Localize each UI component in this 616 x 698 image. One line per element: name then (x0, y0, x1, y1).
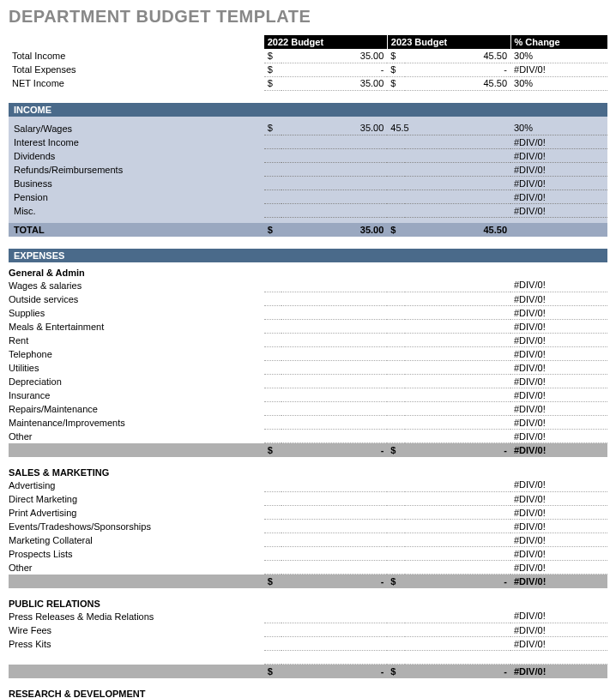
income-label: Dividends (9, 149, 264, 163)
summary-v1[interactable]: - (281, 63, 387, 76)
expense-v1[interactable] (281, 402, 387, 416)
expense-v2[interactable] (405, 279, 510, 292)
expense-v1[interactable] (281, 561, 387, 575)
expense-v2[interactable] (405, 492, 510, 506)
expense-v2[interactable] (405, 334, 510, 347)
expense-v2[interactable] (405, 561, 510, 575)
expense-row: Press Releases & Media Relations#DIV/0! (9, 610, 607, 623)
expense-v1-sym (264, 547, 282, 561)
income-change: #DIV/0! (510, 177, 607, 190)
expense-v2[interactable] (405, 520, 510, 533)
expense-change: #DIV/0! (510, 375, 607, 388)
expense-v1[interactable] (281, 388, 387, 402)
expense-row: Advertising#DIV/0! (9, 478, 607, 492)
income-row: Misc.#DIV/0! (9, 204, 607, 218)
currency-symbol: $ (264, 575, 282, 588)
summary-v2[interactable]: 45.50 (405, 76, 510, 90)
expense-v2[interactable] (405, 402, 510, 416)
expense-v2[interactable] (405, 320, 510, 334)
income-v2[interactable] (387, 177, 405, 190)
expense-v1[interactable] (281, 651, 387, 665)
income-v1[interactable] (281, 190, 387, 204)
income-v2[interactable]: 45.5 (387, 122, 405, 135)
expense-v1[interactable] (281, 375, 387, 388)
expense-v2-sym (387, 637, 405, 651)
expense-label: Marketing Collateral (9, 533, 264, 547)
income-v1[interactable] (281, 163, 387, 177)
expense-v2[interactable] (405, 306, 510, 320)
summary-v1[interactable]: 35.00 (281, 49, 387, 63)
expense-v1[interactable] (281, 430, 387, 443)
expense-v2[interactable] (405, 623, 510, 637)
expense-v1[interactable] (281, 637, 387, 651)
expense-v2[interactable] (405, 361, 510, 375)
expense-v1[interactable] (281, 347, 387, 361)
income-v2[interactable] (387, 190, 405, 204)
expense-v1-sym (264, 637, 282, 651)
expense-v1[interactable] (281, 506, 387, 520)
expense-v2[interactable] (405, 547, 510, 561)
expense-v2[interactable] (405, 651, 510, 665)
income-row: Interest Income#DIV/0! (9, 135, 607, 149)
expense-v2[interactable] (405, 610, 510, 623)
expense-v1-sym (264, 320, 282, 334)
expense-label: Print Advertising (9, 506, 264, 520)
income-v1[interactable] (281, 204, 387, 218)
expense-change: #DIV/0! (510, 478, 607, 492)
currency-symbol: $ (387, 443, 405, 457)
income-v1[interactable] (281, 135, 387, 149)
expense-v2-sym (387, 320, 405, 334)
expense-v1[interactable] (281, 623, 387, 637)
expense-v1-sym (264, 292, 282, 306)
expense-v1[interactable] (281, 478, 387, 492)
page-title: DEPARTMENT BUDGET TEMPLATE (9, 7, 607, 27)
expense-v2[interactable] (405, 388, 510, 402)
expense-v1[interactable] (281, 279, 387, 292)
income-v1[interactable] (281, 177, 387, 190)
expense-v1[interactable] (281, 492, 387, 506)
expense-v1[interactable] (281, 520, 387, 533)
currency-symbol (264, 163, 282, 177)
subtotal-v1: - (281, 443, 387, 457)
income-v2[interactable] (387, 163, 405, 177)
expense-change: #DIV/0! (510, 320, 607, 334)
expense-v1[interactable] (281, 416, 387, 430)
expense-v1[interactable] (281, 533, 387, 547)
summary-v2[interactable]: - (405, 63, 510, 76)
expense-v2[interactable] (405, 478, 510, 492)
currency-symbol: $ (387, 575, 405, 588)
summary-v2[interactable]: 45.50 (405, 49, 510, 63)
income-row: Dividends#DIV/0! (9, 149, 607, 163)
expense-v1[interactable] (281, 306, 387, 320)
income-v2[interactable] (387, 135, 405, 149)
expense-v2[interactable] (405, 533, 510, 547)
income-v1[interactable] (281, 149, 387, 163)
expense-v2[interactable] (405, 375, 510, 388)
income-v2[interactable] (387, 149, 405, 163)
expense-v1[interactable] (281, 292, 387, 306)
income-total-v2: 45.50 (405, 223, 510, 237)
currency-symbol: $ (264, 49, 282, 63)
expense-v2[interactable] (405, 416, 510, 430)
expense-v1[interactable] (281, 610, 387, 623)
income-row: Business#DIV/0! (9, 177, 607, 190)
expense-v2[interactable] (405, 292, 510, 306)
income-v2[interactable] (387, 204, 405, 218)
expense-v1[interactable] (281, 547, 387, 561)
header-budget2: 2023 Budget (387, 35, 510, 49)
expense-v1[interactable] (281, 361, 387, 375)
income-v1[interactable]: 35.00 (281, 122, 387, 135)
expense-change: #DIV/0! (510, 492, 607, 506)
expense-row (9, 651, 607, 665)
expense-v2[interactable] (405, 506, 510, 520)
expense-v2[interactable] (405, 637, 510, 651)
summary-v1[interactable]: 35.00 (281, 76, 387, 90)
expense-v1[interactable] (281, 334, 387, 347)
expense-row: Marketing Collateral#DIV/0! (9, 533, 607, 547)
expense-v2[interactable] (405, 430, 510, 443)
expense-v1-sym (264, 388, 282, 402)
income-row: Salary/Wages$35.0045.530% (9, 122, 607, 135)
expense-label: Events/Tradeshows/Sponsorships (9, 520, 264, 533)
expense-v1[interactable] (281, 320, 387, 334)
expense-v2[interactable] (405, 347, 510, 361)
